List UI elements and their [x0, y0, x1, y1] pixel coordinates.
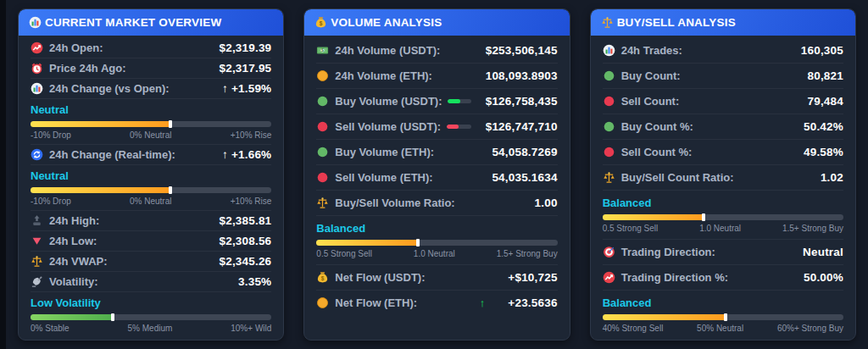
panel-header: $VOLUME ANALYSIS [304, 9, 569, 36]
refresh-blue-icon [31, 148, 43, 161]
stat-value: $253,506,145 [486, 44, 558, 58]
gauge-tick: -10% Drop [31, 130, 71, 140]
gauge-tick: 40% Strong Sell [603, 324, 664, 333]
gauge-tick: +10% Rise [231, 197, 272, 206]
stat-value: $2,385.81 [219, 214, 271, 228]
scale-gold-icon [603, 171, 615, 184]
gauge-tick: +10% Rise [231, 130, 272, 140]
stat-row: 24h Open:$2,319.39 [31, 38, 271, 58]
gauge-track [31, 187, 271, 193]
stat-label: 24h Volume (USDT): [335, 44, 440, 58]
stat-label: Price 24h Ago: [49, 62, 126, 75]
gauge-tick: 5% Medium [128, 324, 173, 333]
gauge-track [31, 121, 271, 127]
stat-value: $2,345.26 [219, 255, 271, 269]
stat-row: Buy/Sell Count Ratio:1.02 [603, 165, 843, 191]
gauge-tick: 60%+ Strong Buy [777, 324, 843, 333]
stat-row: 24h Change (vs Open):↑ +1.59% [31, 79, 271, 99]
up-arrow: ↑ [480, 296, 486, 310]
stat-value: +$10,725 [508, 271, 557, 285]
stat-value: 108,093.8903 [486, 69, 558, 83]
gauge-status-label: Balanced [603, 295, 843, 314]
stat-row: 24h Change (Real-time):↑ +1.66% [31, 145, 271, 165]
gauge-tick: 0.5 Strong Sell [316, 249, 372, 258]
gauge-ticks: -10% Drop0% Neutral+10% Rise [31, 193, 271, 206]
stat-row: Volatility:3.35% [31, 272, 271, 292]
gauge-fill [31, 121, 170, 127]
stat-value: 1.00 [535, 197, 558, 210]
stat-label: Trading Direction: [621, 246, 715, 259]
panel-header: CURRENT MARKET OVERVIEW [19, 9, 283, 36]
chart-up-red-icon [31, 42, 43, 54]
stat-label: 24h Low: [49, 235, 97, 248]
stat-label: 24h Change (Real-time): [49, 148, 175, 162]
panel-body: 24h Trades:160,305Buy Count:80,821Sell C… [591, 36, 855, 341]
stat-row: Net Flow (ETH):↑+23.5636 [316, 291, 557, 315]
gauge-tick: 0% Neutral [130, 130, 171, 140]
stat-row: 24h Trades:160,305 [603, 38, 843, 64]
stat-label: 24h Volume (ETH): [335, 69, 432, 83]
panel-body: 24h Open:$2,319.39Price 24h Ago:$2,317.9… [19, 36, 283, 341]
stat-value: $2,317.95 [219, 62, 271, 75]
stat-row: 24h VWAP:$2,345.26 [31, 252, 271, 272]
dot-red-icon [603, 95, 615, 108]
stat-row: Sell Volume (ETH):54,035.1634 [316, 165, 557, 191]
gauge-status-label: Low Volatility [31, 295, 271, 314]
gauge-track [603, 214, 843, 220]
gauge-ticks: 0.5 Strong Sell1.0 Neutral1.5+ Strong Bu… [316, 246, 557, 258]
stat-label: 24h Trades: [621, 44, 682, 58]
stat-value: 80,821 [807, 69, 843, 83]
scale-gold-icon [601, 16, 614, 29]
stat-row: Buy Volume (USDT):$126,758,435 [316, 89, 557, 114]
svg-text:$: $ [321, 275, 325, 282]
gauge-tick: -10% Drop [31, 197, 71, 206]
stat-row: Price 24h Ago:$2,317.95 [31, 58, 271, 79]
gauge-fill [603, 214, 704, 220]
stat-value: 3.35% [238, 275, 271, 289]
dot-green-icon [603, 120, 615, 133]
stat-row: Buy Count:80,821 [603, 64, 843, 89]
alarm-clock-icon [31, 62, 43, 75]
gauge-ticks: 40% Strong Sell50% Neutral60%+ Strong Bu… [603, 320, 843, 333]
panel-title: CURRENT MARKET OVERVIEW [45, 16, 221, 29]
top-icon [31, 214, 43, 227]
page-edge-strip [0, 0, 6, 349]
stat-value: 160,305 [801, 44, 843, 58]
target-icon [603, 246, 615, 258]
stat-label: Buy Count: [621, 69, 681, 83]
panel-title: BUY/SELL ANALYSIS [617, 16, 736, 29]
gauge-status-label: Balanced [316, 220, 557, 240]
stat-row: Buy Volume (ETH):54,058.7269 [316, 140, 557, 165]
stat-label: 24h High: [49, 214, 99, 228]
gauge-direction: Balanced40% Strong Sell50% Neutral60%+ S… [603, 291, 843, 339]
stat-label: Buy Volume (ETH): [335, 146, 434, 159]
stat-label: Trading Direction %: [621, 271, 728, 285]
gauge-track [603, 314, 843, 320]
gauge-marker [724, 313, 727, 321]
scale-gold-icon [31, 255, 43, 268]
dot-red-icon [603, 146, 615, 158]
stat-label: Buy/Sell Count Ratio: [621, 171, 734, 185]
gauge-marker [111, 313, 114, 321]
stat-label: Buy Volume (USDT): [335, 95, 442, 108]
gauge-volatility: Low Volatility0% Stable5% Medium10%+ Wil… [31, 292, 271, 337]
scale-gold-icon [316, 197, 329, 209]
gauge-track [31, 314, 271, 320]
gauge-count-ratio: Balanced0.5 Strong Sell1.0 Neutral1.5+ S… [603, 191, 843, 240]
stat-row: 24h Volume (ETH):108,093.8903 [316, 64, 557, 89]
gauge-fill [603, 314, 726, 320]
chart-up-red-icon [603, 271, 615, 284]
coin-orange-icon [316, 69, 329, 82]
gauge-marker [416, 239, 420, 247]
stat-value: $2,308.56 [219, 235, 271, 248]
stat-row: $24h Volume (USDT):$253,506,145 [316, 38, 557, 64]
dot-red-icon [316, 171, 329, 184]
panel-volume-analysis: $VOLUME ANALYSIS$24h Volume (USDT):$253,… [303, 8, 570, 341]
stat-label: 24h Change (vs Open): [49, 82, 170, 96]
gauge-track [316, 240, 557, 246]
stat-row: Buy Count %:50.42% [603, 114, 843, 140]
mini-volume-bar-fill [448, 99, 459, 103]
gauge-marker [169, 120, 172, 128]
dot-green-icon [316, 146, 329, 158]
gauge-fill [31, 187, 170, 193]
